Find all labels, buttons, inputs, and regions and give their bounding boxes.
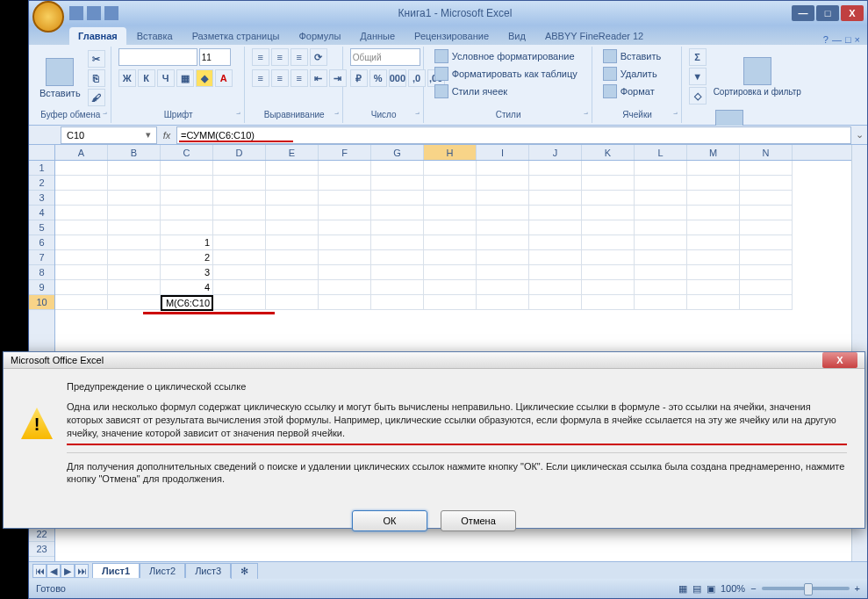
col-header[interactable]: F [319,145,371,160]
name-box[interactable]: C10 ▾ [61,126,157,144]
percent-icon[interactable]: % [369,69,387,87]
col-header[interactable]: J [529,145,582,160]
tab-formulas[interactable]: Формулы [290,27,349,45]
underline-button[interactable]: Ч [157,69,175,87]
col-header[interactable]: B [108,145,161,160]
formula-input[interactable]: =СУММ(C6:C10) [176,126,851,144]
font-family-select[interactable] [118,48,197,66]
font-size-select[interactable] [199,48,231,66]
col-header[interactable]: E [266,145,319,160]
col-header[interactable]: N [740,145,793,160]
col-header[interactable]: L [635,145,687,160]
inc-decimal-icon[interactable]: ,0 [408,69,426,87]
col-header[interactable]: H [424,145,477,160]
undo-icon[interactable] [87,6,101,20]
cell-C6[interactable]: 1 [161,235,213,250]
zoom-level[interactable]: 100% [721,583,745,594]
col-header[interactable]: K [582,145,635,160]
sheet-nav-prev-icon[interactable]: ◀ [47,564,61,578]
col-header[interactable]: G [371,145,424,160]
doc-minimize-button[interactable]: — [832,34,842,45]
format-painter-icon[interactable]: 🖌 [88,89,105,106]
align-top-icon[interactable]: ≡ [252,48,269,66]
view-layout-icon[interactable]: ▤ [692,583,701,595]
view-normal-icon[interactable]: ▦ [678,583,687,595]
row-header[interactable]: 6 [29,235,54,250]
dialog-close-button[interactable]: X [822,352,857,368]
tab-view[interactable]: Вид [499,27,534,45]
align-bot-icon[interactable]: ≡ [291,48,308,66]
comma-icon[interactable]: 000 [389,69,406,87]
tab-review[interactable]: Рецензирование [405,27,498,45]
col-header[interactable]: C [161,145,213,160]
expand-formula-icon[interactable]: ⌄ [851,129,867,141]
currency-icon[interactable]: ₽ [350,69,368,87]
help-icon[interactable]: ? [823,34,829,45]
minimize-button[interactable]: — [792,5,814,21]
align-left-icon[interactable]: ≡ [252,69,269,87]
sheet-nav-last-icon[interactable]: ⏭ [75,564,89,578]
indent-inc-icon[interactable]: ⇥ [329,69,347,87]
cancel-button[interactable]: Отмена [441,510,516,531]
cell-C8[interactable]: 3 [161,265,213,280]
sheet-tab[interactable]: Лист2 [140,563,185,578]
close-button[interactable]: X [841,5,864,21]
sheet-nav-next-icon[interactable]: ▶ [61,564,75,578]
row-header[interactable]: 7 [29,250,54,265]
orientation-icon[interactable]: ⟳ [310,48,327,66]
fx-icon[interactable]: fx [157,130,176,141]
redo-icon[interactable] [104,6,118,20]
paste-button[interactable]: Вставить [36,56,84,100]
tab-insert[interactable]: Вставка [128,27,182,45]
tab-home[interactable]: Главная [69,27,126,45]
format-cells-button[interactable]: Формат [599,83,676,99]
autosum-icon[interactable]: Σ [689,48,707,66]
delete-cells-button[interactable]: Удалить [599,66,676,82]
format-table-button[interactable]: Форматировать как таблицу [431,66,586,82]
fill-color-button[interactable]: ◆ [196,69,213,87]
cut-icon[interactable]: ✂ [88,50,105,68]
copy-icon[interactable]: ⎘ [88,69,105,87]
doc-restore-button[interactable]: □ [845,34,851,45]
zoom-out-button[interactable]: − [750,583,756,594]
bold-button[interactable]: Ж [118,69,136,87]
col-header[interactable]: A [55,145,108,160]
number-format-select[interactable] [350,48,420,66]
row-header[interactable]: 4 [29,206,54,220]
clear-icon[interactable]: ◇ [689,87,707,105]
tab-data[interactable]: Данные [351,27,404,45]
maximize-button[interactable]: □ [816,5,839,21]
zoom-slider[interactable] [762,587,850,590]
cell-styles-button[interactable]: Стили ячеек [431,83,586,99]
ok-button[interactable]: ОК [352,510,427,531]
col-header[interactable]: D [213,145,266,160]
tab-layout[interactable]: Разметка страницы [183,27,289,45]
col-header[interactable]: M [687,145,740,160]
office-button[interactable] [32,1,64,32]
cell-C7[interactable]: 2 [161,250,213,265]
border-button[interactable]: ▦ [176,69,194,87]
col-header[interactable]: I [477,145,529,160]
save-icon[interactable] [69,6,83,20]
sheet-tab[interactable]: Лист3 [185,563,231,578]
doc-close-button[interactable]: × [855,34,860,45]
cell-C10-active[interactable]: М(C6:C10 [161,295,213,311]
align-center-icon[interactable]: ≡ [271,69,289,87]
view-break-icon[interactable]: ▣ [707,583,715,595]
chevron-down-icon[interactable]: ▾ [146,129,151,141]
row-header[interactable]: 23 [29,542,54,557]
cell-C9[interactable]: 4 [161,280,213,295]
row-header[interactable]: 2 [29,176,54,191]
tab-abbyy[interactable]: ABBYY FineReader 12 [536,27,652,45]
row-header[interactable]: 3 [29,191,54,206]
font-color-button[interactable]: A [215,69,233,87]
italic-button[interactable]: К [138,69,155,87]
row-header[interactable]: 1 [29,161,54,176]
row-header[interactable]: 8 [29,265,54,280]
select-all-corner[interactable] [29,145,55,161]
sheet-nav-first-icon[interactable]: ⏮ [32,564,47,578]
fill-icon[interactable]: ▼ [689,68,707,85]
row-header[interactable]: 10 [29,295,54,310]
sort-filter-button[interactable]: Сортировка и фильтр [710,55,805,98]
indent-dec-icon[interactable]: ⇤ [310,69,327,87]
